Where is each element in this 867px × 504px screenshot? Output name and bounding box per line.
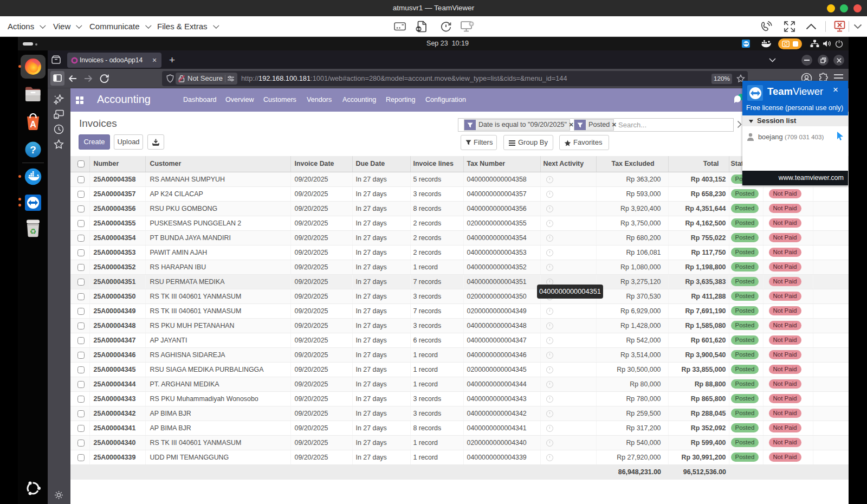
svg-text:♻: ♻ bbox=[30, 227, 37, 236]
svg-text:A: A bbox=[30, 120, 36, 129]
svg-text:?: ? bbox=[30, 144, 36, 156]
